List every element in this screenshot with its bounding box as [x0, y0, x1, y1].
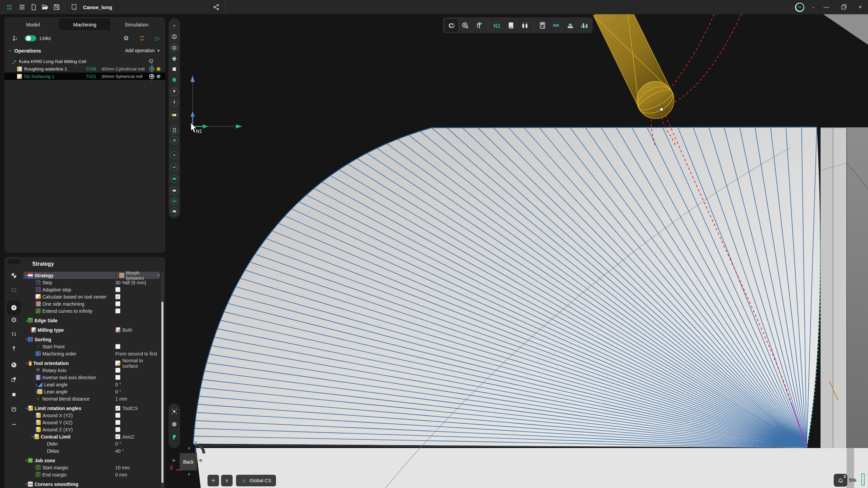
tab-model[interactable]: Model: [7, 19, 59, 30]
surface-point-icon[interactable]: [170, 207, 178, 216]
strategy-row-value[interactable]: [115, 308, 120, 313]
minimize-icon[interactable]: —: [824, 4, 829, 11]
hatch-circled-icon[interactable]: [170, 136, 178, 144]
tab-simulation[interactable]: Simulation: [111, 19, 162, 30]
close-icon[interactable]: ×: [859, 4, 862, 11]
strategy-row-value[interactable]: [115, 420, 120, 425]
fit-view-icon[interactable]: [170, 407, 178, 415]
operation-active-radio[interactable]: [149, 66, 154, 72]
back-button[interactable]: Back: [180, 453, 197, 470]
fixture-green-icon[interactable]: [170, 76, 178, 84]
tool-icon[interactable]: [9, 345, 18, 353]
scrollbar-thumb[interactable]: [161, 302, 163, 483]
stock-circled-icon[interactable]: [170, 44, 178, 52]
strategy-row-value[interactable]: [115, 427, 120, 432]
strategy-row-value[interactable]: [115, 375, 120, 380]
checkbox-checked[interactable]: ✓: [115, 434, 120, 439]
panel-tab-handle[interactable]: [8, 259, 21, 264]
chevron-down-icon[interactable]: ›: [24, 483, 30, 485]
strategy-row[interactable]: Around X (YZ): [23, 412, 160, 419]
menu-icon[interactable]: [16, 2, 28, 12]
operation-row[interactable]: Kuka KR90 Long Rail Milling Cell: [4, 58, 165, 65]
nav-arrow-up-icon[interactable]: ▲: [187, 471, 191, 476]
save-icon[interactable]: [51, 2, 62, 12]
checkbox[interactable]: [115, 344, 120, 349]
strategy-row[interactable]: ≈Normal blend distance1 mm: [23, 395, 160, 402]
workpiece-icon[interactable]: [9, 286, 18, 294]
strategy-row-value[interactable]: [115, 413, 120, 418]
point-circled-icon[interactable]: [170, 151, 178, 159]
strategy-row-value[interactable]: 0 °: [115, 382, 121, 387]
strategy-row-value[interactable]: 0 mm: [115, 472, 127, 477]
checkbox[interactable]: [115, 368, 120, 373]
strategy-row[interactable]: Extend curves to infinity: [23, 307, 160, 314]
strategy-row[interactable]: ›Corners smoothing: [23, 481, 160, 488]
play-icon[interactable]: ▷: [155, 35, 160, 42]
parameters-gear-icon[interactable]: ⚙: [9, 316, 18, 324]
strategy-row[interactable]: Step30 %Ø (9 mm): [23, 279, 160, 286]
strategy-row-value[interactable]: 30 %Ø (9 mm): [115, 280, 146, 285]
global-cs-button[interactable]: Global CS: [236, 475, 276, 486]
origin-icon[interactable]: [9, 271, 18, 280]
settings-gear-icon[interactable]: ⚙: [123, 35, 129, 42]
checkbox[interactable]: [115, 287, 120, 292]
panel-resize-handle[interactable]: [861, 473, 865, 486]
strategy-row-value[interactable]: ✓: [115, 294, 120, 299]
tab-machining[interactable]: Machining: [59, 19, 111, 30]
strategy-row-value[interactable]: [115, 368, 120, 373]
share-icon[interactable]: [211, 2, 222, 12]
chevron-down-icon[interactable]: ›: [24, 407, 30, 409]
operation-active-radio[interactable]: [149, 74, 154, 79]
sheet-icon[interactable]: [504, 19, 517, 32]
new-file-icon[interactable]: [28, 2, 39, 12]
drill-circled-icon[interactable]: [170, 99, 178, 107]
more-icon[interactable]: •••: [9, 420, 18, 429]
strategy-row[interactable]: ›Limit rotation angles✓ToolCS: [23, 405, 160, 412]
stop-icon[interactable]: ■: [9, 390, 18, 399]
orbit-icon[interactable]: [170, 420, 178, 428]
strategy-row-value[interactable]: Both: [115, 327, 132, 333]
chevron-down-icon[interactable]: ›: [24, 274, 30, 276]
strategy-row[interactable]: DMax40 °: [23, 447, 160, 454]
surface-gray-icon[interactable]: [170, 187, 178, 195]
collapse-arrow-icon[interactable]: ▲: [170, 21, 178, 29]
nav-arrow-left-icon[interactable]: ◀: [198, 458, 202, 463]
strategy-row-value[interactable]: 0 °: [115, 389, 121, 394]
add-operation-button[interactable]: Add operation▾: [125, 48, 160, 53]
sync-icon[interactable]: [136, 33, 148, 43]
strategy-row-value[interactable]: ✓ToolCS: [115, 406, 138, 411]
clip-plane-icon[interactable]: [170, 433, 178, 441]
strategy-row[interactable]: One side machining: [23, 300, 160, 307]
strategy-row[interactable]: ›Conical Limit✓AxisZ: [23, 433, 160, 440]
restore-icon[interactable]: [838, 2, 850, 12]
funnel-circled-icon[interactable]: [170, 88, 178, 96]
strategy-row-value[interactable]: [115, 287, 120, 292]
command-icon[interactable]: C: [445, 19, 458, 32]
document-circled-icon[interactable]: [170, 126, 178, 134]
strategy-row[interactable]: End margin0 mm: [23, 471, 160, 478]
feeds-icon[interactable]: [9, 360, 18, 369]
measure-icon[interactable]: [459, 19, 472, 32]
strategy-row[interactable]: Around Z (XY): [23, 426, 160, 433]
open-file-icon[interactable]: [39, 2, 51, 12]
strategy-row[interactable]: ›StrategyMorph between▾: [23, 272, 160, 279]
caliper-icon[interactable]: [473, 19, 486, 32]
strategy-tool-icon[interactable]: [7, 301, 21, 315]
strategy-row[interactable]: Machining orderFrom second to first: [23, 350, 160, 357]
chevron-down-icon[interactable]: ›: [24, 362, 30, 364]
app-logo[interactable]: ency: [3, 4, 16, 10]
transform-icon[interactable]: [9, 375, 18, 384]
approach-return-icon[interactable]: [9, 330, 18, 339]
operation-row[interactable]: 5D Surfacing 1T#2130mm Spherical mill: [4, 73, 165, 80]
strategy-row[interactable]: ⟳Rotary Axis: [23, 367, 160, 374]
chevron-down-icon[interactable]: ›: [30, 436, 36, 438]
chevron-down-icon[interactable]: ›: [8, 50, 14, 52]
stack-icon[interactable]: [564, 19, 577, 32]
strategy-row[interactable]: ›Job zone: [23, 457, 160, 464]
nav-arrow-down-icon[interactable]: ▼: [187, 446, 191, 451]
checkbox[interactable]: [115, 427, 120, 432]
strategy-row[interactable]: Milling typeBoth: [23, 326, 160, 333]
links-toggle[interactable]: [25, 35, 36, 41]
nav-arrow-right-icon[interactable]: ▶: [173, 458, 176, 463]
strategy-row-value[interactable]: From second to first: [115, 351, 157, 357]
